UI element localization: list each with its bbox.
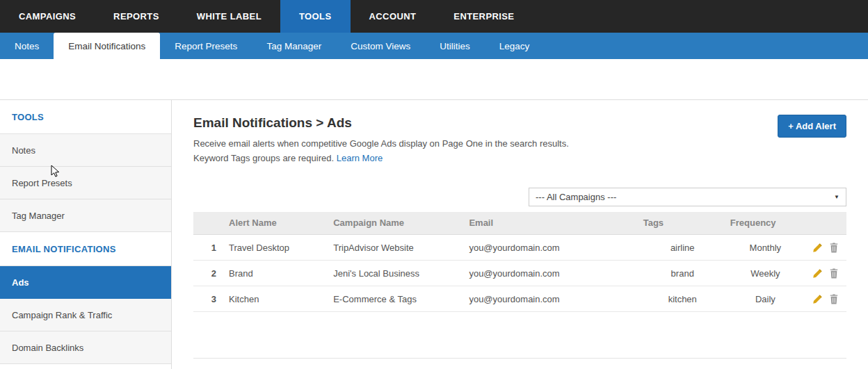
top-nav-reports[interactable]: REPORTS [95,0,178,33]
add-alert-button[interactable]: + Add Alert [778,115,846,138]
campaign-filter-dropdown[interactable]: --- All Campaigns --- ▼ [529,188,846,206]
sidebar-item-campaign-rank-traffic[interactable]: Campaign Rank & Traffic [0,299,171,331]
column-header-actions [805,212,846,235]
column-header-alert-name: Alert Name [225,212,329,235]
alerts-table: Alert Name Campaign Name Email Tags Freq… [193,212,846,313]
cell-email: you@yourdomain.com [465,261,638,286]
sub-nav-custom-views[interactable]: Custom Views [336,33,425,59]
cell-email: you@yourdomain.com [465,286,638,312]
content-area: TOOLS Notes Report Presets Tag Manager E… [0,99,868,369]
cell-tags: kitchen [639,286,726,312]
cell-frequency: Daily [726,286,805,312]
top-nav: CAMPAIGNS REPORTS WHITE LABEL TOOLS ACCO… [0,0,868,33]
learn-more-link[interactable]: Learn More [337,153,383,163]
edit-pencil-icon[interactable] [812,295,822,304]
cell-frequency: Weekly [726,261,805,286]
page-description: Receive email alerts when competitive Go… [193,137,846,166]
section-divider [193,358,846,359]
table-row: 2 Brand Jeni's Local Business you@yourdo… [193,261,846,286]
column-header-number [193,212,225,235]
edit-pencil-icon[interactable] [812,269,822,279]
cell-campaign-name: Jeni's Local Business [329,261,465,286]
sub-nav-legacy[interactable]: Legacy [485,33,545,59]
cell-tags: brand [639,261,726,286]
cell-alert-name: Brand [225,261,329,286]
campaign-filter-value: --- All Campaigns --- [536,192,616,202]
main-panel: Email Notifications > Ads Receive email … [172,100,868,369]
column-header-email: Email [465,212,638,235]
cell-actions [805,286,846,312]
row-number: 1 [193,235,225,261]
delete-trash-icon[interactable] [829,243,839,253]
cell-alert-name: Kitchen [225,286,329,312]
sub-nav-utilities[interactable]: Utilities [425,33,485,59]
app-window: CAMPAIGNS REPORTS WHITE LABEL TOOLS ACCO… [0,0,868,369]
header-spacer [0,59,868,99]
cell-actions [805,261,846,286]
column-header-tags: Tags [639,212,726,235]
sidebar: TOOLS Notes Report Presets Tag Manager E… [0,100,172,369]
description-line-1: Receive email alerts when competitive Go… [193,138,569,149]
sidebar-item-ads[interactable]: Ads [0,266,171,299]
cell-frequency: Monthly [726,235,805,261]
table-row: 1 Travel Desktop TripAdvisor Website you… [193,235,846,261]
row-number: 2 [193,261,225,286]
top-nav-white-label[interactable]: WHITE LABEL [178,0,280,33]
top-nav-enterprise[interactable]: ENTERPRISE [435,0,533,33]
sub-nav-notes[interactable]: Notes [0,33,54,59]
cell-actions [805,235,846,261]
cell-campaign-name: TripAdvisor Website [329,235,465,261]
sub-nav-email-notifications[interactable]: Email Notifications [54,33,160,59]
cell-tags: airline [639,235,726,261]
chevron-down-icon: ▼ [834,194,839,200]
delete-trash-icon[interactable] [829,268,839,279]
sub-nav-tag-manager[interactable]: Tag Manager [252,33,336,59]
cell-alert-name: Travel Desktop [225,235,329,261]
sub-nav-report-presets[interactable]: Report Presets [160,33,252,59]
cell-email: you@yourdomain.com [465,235,638,261]
row-number: 3 [193,286,225,312]
edit-pencil-icon[interactable] [812,243,822,253]
top-nav-account[interactable]: ACCOUNT [351,0,435,33]
description-line-2: Keyword Tags groups are required. [193,153,334,163]
top-nav-campaigns[interactable]: CAMPAIGNS [0,0,95,33]
sidebar-section-email-notifications: EMAIL NOTIFICATIONS [0,232,171,266]
top-nav-tools[interactable]: TOOLS [280,0,351,33]
sidebar-item-notes[interactable]: Notes [0,134,171,167]
cell-campaign-name: E-Commerce & Tags [329,286,465,312]
page-title: Email Notifications > Ads [193,115,846,131]
sidebar-item-report-presets[interactable]: Report Presets [0,167,171,199]
sidebar-item-domain-backlinks[interactable]: Domain Backlinks [0,331,171,364]
table-header-row: Alert Name Campaign Name Email Tags Freq… [193,212,846,235]
table-row: 3 Kitchen E-Commerce & Tags you@yourdoma… [193,286,846,312]
column-header-frequency: Frequency [726,212,805,235]
sidebar-item-tag-manager[interactable]: Tag Manager [0,199,171,232]
filter-row: --- All Campaigns --- ▼ [193,188,846,206]
sidebar-section-tools: TOOLS [0,100,171,134]
tools-sub-nav: Notes Email Notifications Report Presets… [0,33,868,59]
delete-trash-icon[interactable] [829,294,839,304]
column-header-campaign-name: Campaign Name [329,212,465,235]
